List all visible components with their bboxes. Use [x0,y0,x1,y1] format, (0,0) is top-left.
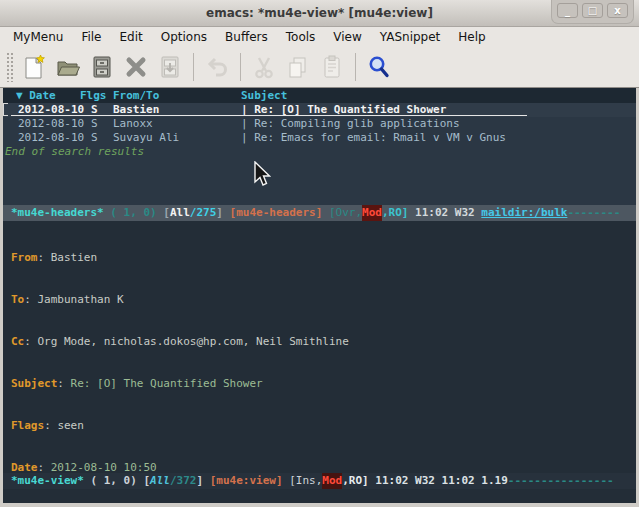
menu-item-tools[interactable]: Tools [277,29,325,45]
fringe-current-marker-icon [3,103,8,116]
row-date: 2012-08-10 [18,103,91,117]
maximize-button[interactable]: □ [582,3,603,18]
menu-item-help[interactable]: Help [449,29,494,45]
close-button[interactable]: x [607,3,628,18]
field-from-value: Bastien [51,251,97,264]
emacs-frame-content: ▼ Date Flgs From/To Subject 2012-08-10 S… [3,88,636,503]
view-mode-line: *mu4e-view* ( 1, 0) [All/372] [mu4e:view… [3,473,636,489]
modeline-major-mode: [mu4e-headers] [230,205,323,221]
paste-button [316,51,348,83]
menu-item-mymenu[interactable]: MyMenu [4,29,72,45]
message-row-selected[interactable]: 2012-08-10 S Bastien | Re: [O] The Quant… [3,103,636,117]
search-button[interactable] [363,51,395,83]
toolbar-grip-handle[interactable] [6,52,14,82]
copy-button [282,51,314,83]
headers-mode-line: *mu4e-headers* ( 1, 0) [All/275] [mu4e-h… [3,205,636,221]
field-subject: Subject: Re: [O] The Quantified Shower [11,377,636,391]
mu4e-headers-window: ▼ Date Flgs From/To Subject 2012-08-10 S… [3,88,636,205]
delete-button[interactable] [120,51,152,83]
sort-arrow-icon[interactable]: ▼ [16,89,29,102]
window-title: emacs: *mu4e-view* [mu4e:view] [0,6,639,20]
modeline-position: ( 1, 0) [84,473,144,489]
modeline-modified-flag: Mod [322,473,342,489]
open-folder-icon [55,54,81,80]
headers-column-header: ▼ Date Flgs From/To Subject [3,88,636,103]
field-subject-value: Re: [O] The Quantified Shower [71,377,263,390]
modeline-modified-flag: Mod [362,205,382,221]
modeline-buffer-name: *mu4e-headers* [11,205,104,221]
end-of-search-message: End of search results [3,145,636,159]
field-date-value: 2012-08-10 10:50 [51,461,157,473]
window-frame-border [0,503,639,507]
tool-bar [0,46,639,88]
field-from: From: Bastien [11,251,636,265]
save-button[interactable] [86,51,118,83]
save-as-button [154,51,186,83]
modeline-filter: All [150,473,170,489]
toolbar-separator [240,53,241,81]
menu-item-file[interactable]: File [72,29,110,45]
modeline-buffer-name: *mu4e-view* [11,473,84,489]
row-from: Lanoxx [113,117,241,131]
save-icon [89,54,115,80]
menu-bar: MyMenu File Edit Options Buffers Tools V… [0,27,639,46]
modeline-major-mode: [mu4e:view] [210,473,283,489]
field-to-value: Jambunathan K [38,293,124,306]
minimize-button[interactable]: _ [557,3,578,18]
row-flags: S [91,131,113,145]
message-row[interactable]: 2012-08-10 S Suvayu Ali | Re: Emacs for … [3,131,636,145]
title-bar[interactable]: emacs: *mu4e-view* [mu4e:view] _ □ x [0,0,639,27]
toolbar-separator [355,53,356,81]
new-file-icon [21,54,47,80]
row-from: Suvayu Ali [113,131,241,145]
open-file-button[interactable] [52,51,84,83]
row-subject: | Re: Compiling glib applications [241,117,460,131]
row-flags: S [91,103,113,117]
row-date: 2012-08-10 [18,131,91,145]
undo-icon [204,54,230,80]
window-controls: _ □ x [551,0,634,24]
toolbar-separator [193,53,194,81]
row-from: Bastien [113,103,241,117]
modeline-filter: All [170,205,190,221]
column-subject: Subject [241,88,287,103]
cut-button [248,51,280,83]
row-flags: S [91,117,113,131]
modeline-maildir: maildir:/bulk [481,205,567,221]
paste-clipboard-icon [319,54,345,80]
column-flags: Flgs [80,88,113,103]
row-subject: | Re: Emacs for email: Rmail v VM v Gnus [241,131,506,145]
modeline-time: 11:02 W32 11:02 1.19 [369,473,508,489]
modeline-count: /372 [170,473,197,489]
message-row[interactable]: 2012-08-10 S Lanoxx | Re: Compiling glib… [3,117,636,131]
save-as-icon [157,54,183,80]
undo-button [201,51,233,83]
menu-item-yasnippet[interactable]: YASnippet [371,29,450,45]
delete-x-icon [123,54,149,80]
field-date: Date: 2012-08-10 10:50 [11,461,636,473]
copy-icon [285,54,311,80]
column-date: Date [29,89,56,102]
modeline-time: 11:02 W32 [408,205,481,221]
field-cc-value: Org Mode, nicholas.dokos@hp.com, Neil Sm… [38,335,349,348]
menu-item-edit[interactable]: Edit [111,29,152,45]
field-flags: Flags: seen [11,419,636,433]
emacs-window: emacs: *mu4e-view* [mu4e:view] _ □ x MyM… [0,0,639,507]
mu4e-view-window: From: Bastien To: Jambunathan K Cc: Org … [3,221,636,473]
menu-item-buffers[interactable]: Buffers [216,29,277,45]
column-from-to: From/To [113,88,241,103]
modeline-position: ( 1, 0) [104,205,164,221]
mouse-pointer-icon [253,161,271,189]
search-magnifier-icon [366,54,392,80]
modeline-count: /275 [190,205,217,221]
new-file-button[interactable] [18,51,50,83]
menu-item-view[interactable]: View [324,29,370,45]
field-cc: Cc: Org Mode, nicholas.dokos@hp.com, Nei… [11,335,636,349]
field-to: To: Jambunathan K [11,293,636,307]
menu-item-options[interactable]: Options [152,29,216,45]
row-subject: | Re: [O] The Quantified Shower [241,103,446,117]
field-flags-value: seen [57,419,84,432]
row-date: 2012-08-10 [18,117,91,131]
minibuffer-echo-area[interactable] [3,489,636,503]
cut-scissors-icon [251,54,277,80]
